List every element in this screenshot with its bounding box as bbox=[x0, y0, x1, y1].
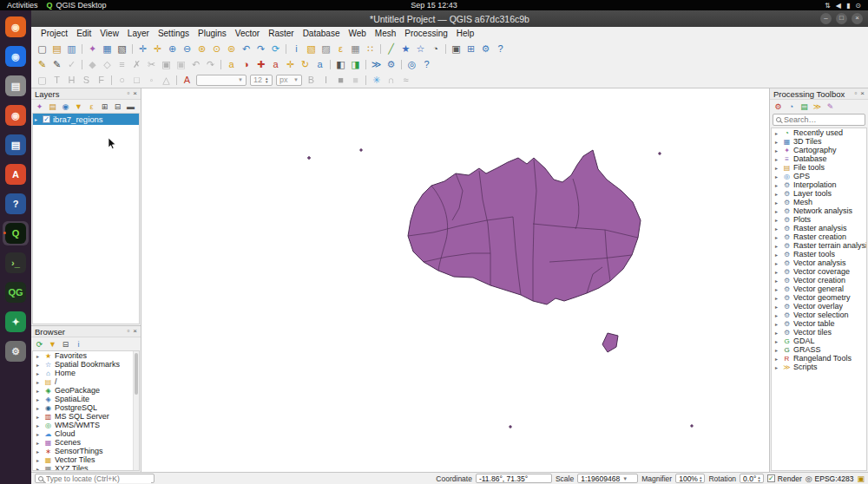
menu-item[interactable]: Settings bbox=[154, 29, 194, 38]
processing-group[interactable]: ▸ ⚙ Plots bbox=[772, 215, 866, 224]
chevron-right-icon[interactable]: ▸ bbox=[775, 312, 780, 318]
coordinate-input[interactable] bbox=[476, 474, 552, 483]
panel-close-button[interactable]: × bbox=[860, 90, 865, 97]
modify-attributes-icon[interactable]: ≡ bbox=[115, 58, 129, 71]
browser-filter-icon[interactable]: ▼ bbox=[47, 338, 58, 350]
dock-rhythmbox[interactable]: ◉ bbox=[3, 103, 29, 128]
processing-group[interactable]: ▸ ⚙ Network analysis bbox=[772, 206, 866, 215]
minimize-button[interactable]: – bbox=[820, 13, 832, 24]
chevron-right-icon[interactable]: ▸ bbox=[36, 388, 42, 394]
browser-item-vector-tiles[interactable]: ▸ ▦ Vector Tiles bbox=[33, 455, 133, 464]
pan-to-selection-icon[interactable]: ✛ bbox=[150, 43, 165, 56]
dock-green-app[interactable]: ✦ bbox=[3, 310, 29, 334]
chevron-right-icon[interactable]: ▸ bbox=[775, 208, 780, 214]
font-size-field[interactable]: 12▴▾ bbox=[250, 75, 273, 86]
processing-results-icon[interactable]: ▤ bbox=[799, 101, 810, 112]
font-units-combo[interactable]: px▼ bbox=[276, 75, 302, 86]
browser-scrollbar[interactable] bbox=[133, 351, 139, 470]
chevron-right-icon[interactable]: ▸ bbox=[775, 165, 780, 171]
processing-search-box[interactable] bbox=[773, 114, 865, 126]
dock-firefox[interactable]: ◉ bbox=[3, 15, 29, 39]
processing-group[interactable]: ▸ ⚙ Vector coverage bbox=[772, 267, 866, 276]
render-checkbox[interactable]: ✓ bbox=[767, 474, 775, 482]
activities-button[interactable]: Activities bbox=[7, 1, 38, 10]
field-calculator-icon[interactable]: ∷ bbox=[363, 43, 378, 56]
chevron-right-icon[interactable]: ▸ bbox=[775, 139, 780, 145]
chevron-right-icon[interactable]: ▸ bbox=[36, 414, 42, 420]
add-group-icon[interactable]: ▤ bbox=[47, 101, 58, 112]
render-toggle[interactable]: ✓ Render bbox=[767, 474, 802, 483]
processing-group[interactable]: ▸ ⚙ Vector selection bbox=[772, 311, 866, 319]
rectangle-digitize-icon[interactable]: □ bbox=[129, 74, 144, 87]
processing-history-icon[interactable]: ◔ bbox=[786, 101, 797, 112]
processing-tree[interactable]: ▸ ◔ Recently used ▸ ▦ 3D Tiles ▸ ✦ Carto… bbox=[771, 128, 867, 471]
processing-group[interactable]: ▸ ≫ Scripts bbox=[772, 363, 866, 371]
chevron-right-icon[interactable]: ▸ bbox=[775, 295, 780, 301]
menu-item[interactable]: Help bbox=[452, 29, 479, 38]
map-canvas[interactable] bbox=[141, 88, 769, 472]
snapping-icon[interactable]: ∩ bbox=[384, 74, 398, 87]
stepper-arrows[interactable]: ▴▾ bbox=[700, 475, 702, 482]
html-annotation-icon[interactable]: H bbox=[64, 74, 79, 87]
processing-group[interactable]: ▸ ▦ 3D Tiles bbox=[772, 137, 866, 146]
dock-qg-app[interactable]: QG bbox=[3, 280, 29, 304]
deselect-features-icon[interactable]: ▨ bbox=[319, 43, 333, 56]
expand-all-icon[interactable]: ⊞ bbox=[99, 101, 110, 112]
snowflake-icon[interactable]: ✳ bbox=[369, 74, 384, 87]
plugin-manager-icon[interactable]: ⚙ bbox=[384, 58, 398, 71]
browser-properties-icon[interactable]: i bbox=[73, 338, 84, 350]
cut-features-icon[interactable]: ✂ bbox=[144, 58, 159, 71]
processing-group[interactable]: ▸ ⚙ Vector geometry bbox=[772, 293, 866, 302]
delete-selected-icon[interactable]: ✗ bbox=[129, 58, 144, 71]
crs-button[interactable]: ◎ EPSG:4283 bbox=[806, 474, 854, 483]
titlebar[interactable]: *Untitled Project — QGIS a67dc316c9b –□× bbox=[31, 10, 868, 27]
new-bookmark-icon[interactable]: ★ bbox=[398, 43, 413, 56]
chevron-right-icon[interactable]: ▸ bbox=[775, 226, 780, 232]
select-features-icon[interactable]: ▧ bbox=[304, 43, 319, 56]
add-feature-icon[interactable]: ◆ bbox=[85, 58, 100, 71]
processing-group[interactable]: ▸ G GDAL bbox=[772, 337, 866, 345]
pan-map-icon[interactable]: ✛ bbox=[135, 43, 150, 56]
network-icon[interactable]: ⇅ bbox=[825, 2, 831, 10]
open-attribute-table-icon[interactable]: ▦ bbox=[348, 43, 363, 56]
layer-visibility-checkbox[interactable]: ✓ bbox=[43, 115, 50, 123]
zoom-to-selection-icon[interactable]: ⊙ bbox=[209, 43, 224, 56]
change-label-icon[interactable]: a bbox=[312, 58, 327, 71]
help-icon[interactable]: ? bbox=[493, 43, 508, 56]
undo-icon[interactable]: ↶ bbox=[188, 58, 203, 71]
chevron-right-icon[interactable]: ▸ bbox=[775, 356, 780, 362]
processing-group[interactable]: ▸ ⚙ Vector general bbox=[772, 285, 866, 293]
chevron-right-icon[interactable]: ▸ bbox=[36, 405, 42, 411]
font-color-swatch[interactable]: ■ bbox=[333, 74, 348, 87]
processing-script-icon[interactable]: ≫ bbox=[812, 101, 823, 112]
chevron-right-icon[interactable]: ▸ bbox=[36, 362, 42, 368]
filter-legend-icon[interactable]: ▼ bbox=[73, 101, 84, 112]
new-project-icon[interactable]: ▢ bbox=[35, 43, 49, 56]
open-project-icon[interactable]: ▤ bbox=[49, 43, 64, 56]
text-annotation-icon[interactable]: T bbox=[49, 74, 64, 87]
rotate-label-icon[interactable]: ↻ bbox=[298, 58, 312, 71]
layer-item-ibra7-regions[interactable]: ▸ ✓ ibra7_regions bbox=[33, 114, 139, 125]
dock-thunderbird[interactable]: ◉ bbox=[3, 44, 29, 69]
maximize-button[interactable]: □ bbox=[836, 13, 847, 24]
chevron-right-icon[interactable]: ▸ bbox=[36, 440, 42, 446]
clock[interactable]: Sep 15 12:43 bbox=[411, 1, 457, 10]
close-button[interactable]: × bbox=[852, 13, 863, 24]
select-annotation-icon[interactable]: ▢ bbox=[35, 74, 49, 87]
dock-files[interactable]: ▤ bbox=[3, 74, 29, 98]
processing-group[interactable]: ▸ ◔ Recently used bbox=[772, 128, 866, 137]
panel-close-button[interactable]: × bbox=[133, 328, 137, 335]
chevron-right-icon[interactable]: ▸ bbox=[775, 217, 780, 223]
chevron-right-icon[interactable]: ▸ bbox=[775, 286, 780, 292]
battery-icon[interactable]: ▮ bbox=[846, 2, 850, 10]
australia-mainland[interactable] bbox=[408, 150, 641, 304]
filter-expression-icon[interactable]: ε bbox=[86, 101, 97, 112]
form-annotation-icon[interactable]: F bbox=[94, 74, 108, 87]
move-label-icon[interactable]: ✛ bbox=[283, 58, 298, 71]
text-color-icon[interactable]: A bbox=[180, 74, 194, 87]
layers-tree[interactable]: ▸ ✓ ibra7_regions bbox=[32, 113, 140, 324]
chevron-right-icon[interactable]: ▸ bbox=[775, 364, 780, 370]
chevron-right-icon[interactable]: ▸ bbox=[775, 260, 780, 266]
zoom-to-layer-icon[interactable]: ⊚ bbox=[224, 43, 239, 56]
python-console-icon[interactable]: ≫ bbox=[369, 58, 384, 71]
